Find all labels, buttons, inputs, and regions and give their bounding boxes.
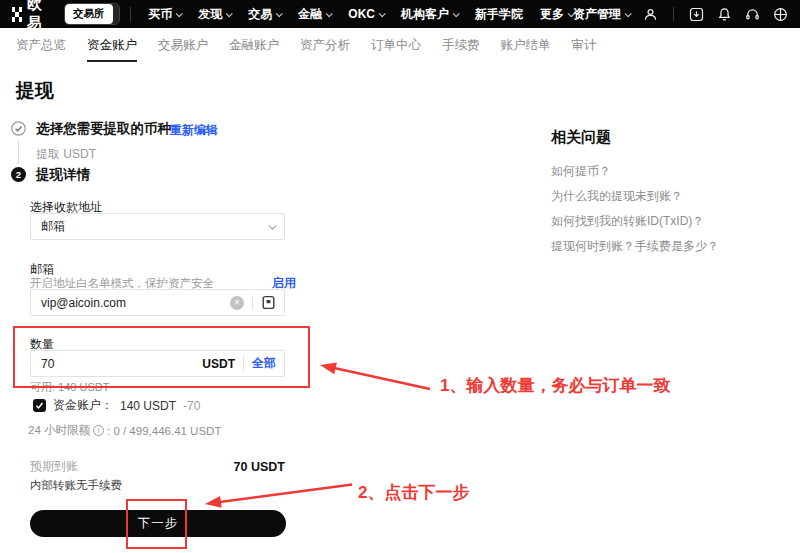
expected-arrival-row: 预期到账 70 USDT xyxy=(30,458,285,475)
step1-title: 选择您需要提取的币种 xyxy=(36,120,171,138)
info-icon[interactable]: i xyxy=(93,425,104,436)
tab-finance-account[interactable]: 金融账户 xyxy=(229,28,279,62)
tab-account-statement[interactable]: 账户结单 xyxy=(501,28,551,62)
okx-withdraw-page: 欧易 交易所 Web3 钱包 买币 发现 交易 金融 OKC 机构客户 新手学院… xyxy=(0,0,800,553)
exchange-web3-toggle: 交易所 Web3 钱包 xyxy=(64,3,120,25)
tab-fees[interactable]: 手续费 xyxy=(442,28,480,62)
user-profile-icon[interactable] xyxy=(643,7,658,22)
nav-buy-crypto[interactable]: 买币 xyxy=(148,6,181,23)
address-type-select[interactable]: 邮箱 xyxy=(30,213,285,240)
chevron-down-icon xyxy=(276,10,283,17)
related-questions-title: 相关问题 xyxy=(551,128,786,147)
expected-arrival-label: 预期到账 xyxy=(30,458,78,475)
tab-order-center[interactable]: 订单中心 xyxy=(371,28,421,62)
okx-logo-icon xyxy=(12,7,22,22)
top-navigation-bar: 欧易 交易所 Web3 钱包 买币 发现 交易 金融 OKC 机构客户 新手学院… xyxy=(0,0,800,28)
support-headset-icon[interactable] xyxy=(745,7,760,22)
nav-discover[interactable]: 发现 xyxy=(198,6,231,23)
toggle-web3-wallet[interactable]: Web3 钱包 xyxy=(113,4,120,24)
download-app-icon[interactable] xyxy=(689,7,704,22)
topbar-right-cluster: 资产管理 xyxy=(573,6,788,23)
tab-trading-account[interactable]: 交易账户 xyxy=(158,28,208,62)
tab-funding-account[interactable]: 资金账户 xyxy=(87,28,137,62)
nav-institutional[interactable]: 机构客户 xyxy=(401,6,458,23)
nav-trade[interactable]: 交易 xyxy=(248,6,281,23)
clear-input-icon[interactable]: × xyxy=(230,296,244,310)
nav-academy[interactable]: 新手学院 xyxy=(475,6,523,23)
nav-okc[interactable]: OKC xyxy=(348,6,384,23)
tab-asset-analysis[interactable]: 资产分析 xyxy=(300,28,350,62)
funding-account-balance: 140 USDT xyxy=(120,399,176,413)
daily-limit-label: 24 小时限额 xyxy=(28,423,90,438)
faq-withdrawal-not-arrived[interactable]: 为什么我的提现未到账？ xyxy=(551,190,786,202)
tab-audit[interactable]: 审计 xyxy=(572,28,597,62)
chevron-down-icon xyxy=(176,10,183,17)
funding-account-checkbox[interactable] xyxy=(33,399,46,412)
funding-account-label: 资金账户： xyxy=(53,397,113,414)
re-edit-link[interactable]: 重新编辑 xyxy=(170,122,218,139)
related-questions-panel: 相关问题 如何提币？ 为什么我的提现未到账？ 如何找到我的转账ID(TxID)？… xyxy=(551,128,786,265)
primary-nav: 买币 发现 交易 金融 OKC 机构客户 新手学院 更多 xyxy=(148,6,573,23)
funding-account-delta: -70 xyxy=(183,399,200,413)
step-connector-line xyxy=(18,140,19,164)
faq-arrival-time-fees[interactable]: 提现何时到账？手续费是多少？ xyxy=(551,240,786,252)
expected-arrival-value: 70 USDT xyxy=(234,460,285,474)
address-book-icon[interactable] xyxy=(261,295,276,310)
toggle-exchange[interactable]: 交易所 xyxy=(65,4,113,24)
annotation-note-2: 2、点击下一步 xyxy=(358,481,469,504)
input-divider xyxy=(243,356,244,371)
step2-number-badge: 2 xyxy=(11,167,26,182)
chevron-down-icon xyxy=(625,10,632,17)
amount-input-box: USDT 全部 xyxy=(30,350,285,377)
chevron-down-icon xyxy=(268,221,276,229)
fee-note: 内部转账无手续费 xyxy=(30,478,122,493)
tab-asset-overview[interactable]: 资产总览 xyxy=(16,28,66,62)
asset-tabs: 资产总览 资金账户 交易账户 金融账户 资产分析 订单中心 手续费 账户结单 审… xyxy=(0,28,800,62)
amount-input[interactable] xyxy=(41,357,194,371)
available-balance: 可用: 140 USDT xyxy=(30,380,109,395)
step2-title: 提现详情 xyxy=(36,166,90,184)
nav-finance[interactable]: 金融 xyxy=(298,6,331,23)
chevron-down-icon xyxy=(226,10,233,17)
nav-more[interactable]: 更多 xyxy=(540,6,573,23)
chevron-down-icon xyxy=(379,10,386,17)
step1-check-icon xyxy=(11,121,26,136)
annotation-note-1: 1、输入数量，务必与订单一致 xyxy=(440,374,670,397)
notifications-bell-icon[interactable] xyxy=(717,7,732,22)
max-amount-link[interactable]: 全部 xyxy=(252,355,276,372)
faq-how-to-withdraw[interactable]: 如何提币？ xyxy=(551,165,786,177)
input-divider xyxy=(252,295,253,310)
nav-asset-management[interactable]: 资产管理 xyxy=(573,6,630,23)
email-input-box: × xyxy=(30,289,285,316)
faq-find-txid[interactable]: 如何找到我的转账ID(TxID)？ xyxy=(551,215,786,227)
address-type-selected-value: 邮箱 xyxy=(41,218,65,235)
topbar-divider xyxy=(673,7,674,21)
page-title: 提现 xyxy=(16,78,54,104)
funding-account-row: 资金账户： 140 USDT -70 xyxy=(33,397,200,414)
amount-currency: USDT xyxy=(202,357,235,371)
next-step-button[interactable]: 下一步 xyxy=(30,510,286,537)
daily-limit-row: 24 小时限额 i : 0 / 499,446.41 USDT xyxy=(28,423,221,438)
email-input[interactable] xyxy=(41,296,222,310)
language-globe-icon[interactable] xyxy=(773,7,788,22)
daily-limit-value: : 0 / 499,446.41 USDT xyxy=(107,425,221,437)
chevron-down-icon xyxy=(453,10,460,17)
chevron-down-icon xyxy=(326,10,333,17)
withdraw-form: 提现 选择您需要提取的币种 重新编辑 提取 USDT 2 提现详情 选择收款地址… xyxy=(11,74,313,553)
step1-subtitle: 提取 USDT xyxy=(36,146,96,163)
